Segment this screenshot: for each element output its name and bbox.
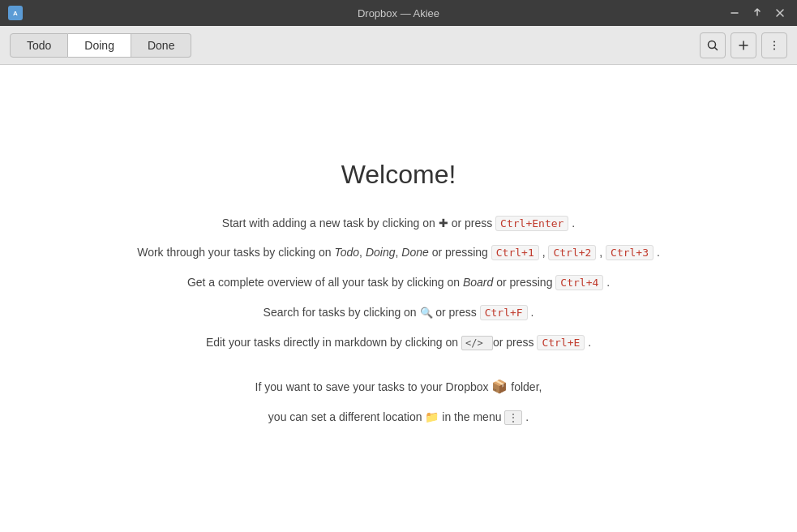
close-button[interactable] (771, 4, 789, 22)
dropbox-suffix: folder, (511, 380, 542, 393)
kbd-ctrl-e: Ctrl+E (537, 335, 585, 350)
line2-period: . (657, 246, 660, 259)
maximize-button[interactable] (748, 4, 766, 22)
minimize-button[interactable] (726, 4, 743, 22)
line2-doing: Doing (366, 246, 396, 259)
welcome-line-3: Get a complete overview of all your task… (137, 273, 660, 292)
welcome-line-5: Edit your tasks directly in markdown by … (137, 333, 660, 352)
tab-group: Todo Doing Done (10, 33, 191, 58)
code-icon: </> (461, 336, 493, 350)
line5-period: . (588, 336, 591, 349)
dropbox-line2-middle: in the menu (442, 410, 504, 423)
comma1: , (359, 246, 366, 259)
line4-suffix: or press (435, 306, 479, 319)
menu-icon-inline: ⋮ (504, 410, 522, 425)
line2-done: Done (401, 246, 428, 259)
search-icon-inline: 🔍 (420, 307, 436, 319)
line2-prefix: Work through your tasks by clicking on (137, 246, 331, 259)
tab-done[interactable]: Done (131, 33, 191, 58)
kbd-ctrl-3: Ctrl+3 (606, 245, 653, 260)
dropbox-icon: 📦 (491, 380, 508, 393)
title-bar-left: A (8, 6, 23, 20)
add-button[interactable] (731, 32, 756, 58)
dropbox-section: If you want to save your tasks to your D… (137, 376, 660, 427)
svg-point-4 (773, 45, 775, 46)
welcome-line-2: Work through your tasks by clicking on T… (137, 243, 660, 262)
line2-todo: Todo (334, 246, 359, 259)
toolbar: Todo Doing Done (0, 26, 797, 65)
kbd-ctrl-1: Ctrl+1 (491, 245, 539, 260)
window-controls (726, 4, 789, 22)
dropbox-prefix: If you want to save your tasks to your D… (255, 380, 489, 393)
folder-icon: 📁 (425, 410, 439, 423)
kbd-ctrl-2: Ctrl+2 (548, 245, 596, 260)
line4-period: . (531, 306, 534, 319)
kbd-ctrl-f: Ctrl+F (480, 305, 528, 320)
comma4: , (599, 246, 606, 259)
line2-suffix: or pressing (432, 246, 491, 259)
toolbar-actions (700, 32, 787, 58)
line4-prefix: Search for tasks by clicking on (264, 306, 417, 319)
line1-period: . (572, 217, 575, 230)
welcome-line-4: Search for tasks by clicking on 🔍 or pre… (137, 303, 660, 322)
window-title: Dropbox — Akiee (358, 7, 439, 19)
tab-todo[interactable]: Todo (10, 33, 68, 58)
svg-text:A: A (13, 10, 18, 17)
tab-doing[interactable]: Doing (68, 33, 131, 58)
title-bar: A Dropbox — Akiee (0, 0, 797, 26)
main-content: Welcome! Start with adding a new task by… (0, 65, 797, 532)
kbd-ctrl-enter: Ctrl+Enter (495, 216, 568, 231)
kbd-ctrl-4: Ctrl+4 (555, 275, 603, 290)
app-icon: A (8, 6, 23, 20)
dropbox-period: . (525, 410, 529, 423)
welcome-title: Welcome! (137, 160, 660, 190)
search-button[interactable] (700, 32, 726, 58)
line3-board: Board (463, 276, 493, 289)
line3-period: . (606, 276, 610, 289)
line1-prefix: Start with adding a new task by clicking… (222, 217, 435, 230)
line1-or: or press (452, 217, 495, 230)
dropbox-line2-prefix: you can set a different location (268, 410, 422, 423)
line3-prefix: Get a complete overview of all your task… (187, 276, 460, 289)
welcome-container: Welcome! Start with adding a new task by… (137, 160, 660, 438)
svg-point-3 (773, 41, 775, 42)
menu-button[interactable] (761, 32, 787, 58)
svg-point-5 (773, 48, 775, 49)
line5-prefix: Edit your tasks directly in markdown by … (206, 336, 458, 349)
dropbox-line-2: you can set a different location 📁 in th… (137, 408, 660, 426)
line5-suffix: or press (493, 336, 537, 349)
welcome-line-1: Start with adding a new task by clicking… (137, 214, 660, 233)
line3-suffix: or pressing (496, 276, 552, 289)
dropbox-line-1: If you want to save your tasks to your D… (137, 376, 660, 397)
plus-icon: ✚ (439, 217, 452, 230)
